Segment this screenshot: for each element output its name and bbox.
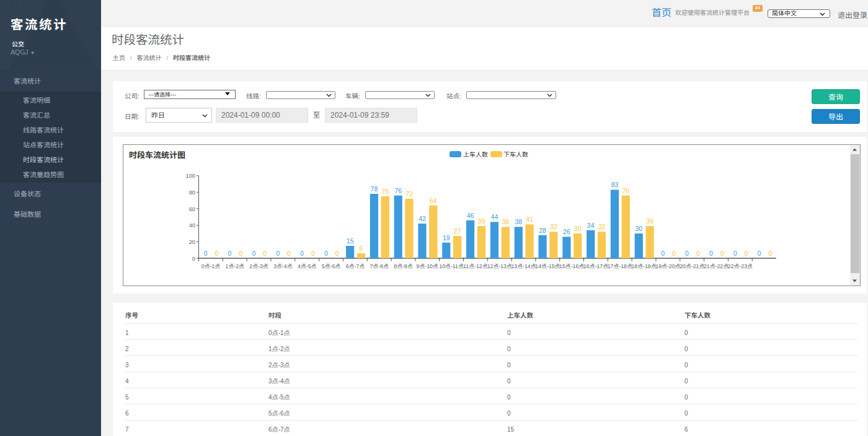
svg-text:0: 0 <box>203 250 207 257</box>
svg-text:0: 0 <box>252 250 255 257</box>
svg-text:0: 0 <box>709 250 712 257</box>
svg-text:0: 0 <box>263 250 267 257</box>
svg-text:0: 0 <box>685 250 689 257</box>
svg-text:21点-22点: 21点-22点 <box>703 263 728 269</box>
svg-text:20点-21点: 20点-21点 <box>680 263 704 269</box>
svg-text:19: 19 <box>442 234 450 242</box>
svg-text:0: 0 <box>311 250 314 257</box>
svg-text:7点-8点: 7点-8点 <box>370 263 389 269</box>
svg-text:19点-20点: 19点-20点 <box>655 263 680 269</box>
svg-text:9点-10点: 9点-10点 <box>416 263 438 269</box>
svg-text:1点-2点: 1点-2点 <box>225 263 244 269</box>
svg-text:16点-17点: 16点-17点 <box>583 263 608 269</box>
svg-text:10点-11点: 10点-11点 <box>439 263 464 269</box>
svg-text:100: 100 <box>185 173 195 179</box>
svg-text:0: 0 <box>696 250 699 257</box>
svg-text:17点-18点: 17点-18点 <box>607 263 632 269</box>
svg-text:83: 83 <box>611 181 618 188</box>
svg-text:11点-12点: 11点-12点 <box>463 263 488 269</box>
svg-text:0: 0 <box>335 250 339 257</box>
svg-text:72: 72 <box>405 190 413 198</box>
svg-text:0: 0 <box>239 250 242 257</box>
svg-text:60: 60 <box>188 206 195 212</box>
svg-text:75: 75 <box>381 188 389 195</box>
svg-text:28: 28 <box>539 227 546 234</box>
svg-text:12点-13点: 12点-13点 <box>487 263 512 269</box>
svg-text:0: 0 <box>733 250 737 257</box>
svg-text:0: 0 <box>744 250 748 257</box>
svg-text:3点-4点: 3点-4点 <box>273 263 293 269</box>
svg-text:39: 39 <box>646 217 653 225</box>
svg-text:0: 0 <box>324 250 327 257</box>
svg-text:6: 6 <box>359 245 363 252</box>
svg-text:76: 76 <box>394 187 402 194</box>
svg-text:20: 20 <box>188 239 195 245</box>
svg-text:78: 78 <box>370 185 378 193</box>
svg-text:32: 32 <box>550 223 557 230</box>
svg-text:4点-5点: 4点-5点 <box>298 263 317 269</box>
svg-text:0: 0 <box>661 250 665 257</box>
svg-text:40: 40 <box>188 222 195 229</box>
svg-text:0: 0 <box>768 250 772 257</box>
svg-text:14点-15点: 14点-15点 <box>535 263 560 269</box>
svg-text:0: 0 <box>192 256 195 262</box>
svg-text:27: 27 <box>453 227 461 235</box>
svg-text:8点-9点: 8点-9点 <box>394 263 413 269</box>
svg-text:30: 30 <box>635 225 642 232</box>
svg-text:13点-14点: 13点-14点 <box>511 263 536 269</box>
svg-text:15点-16点: 15点-16点 <box>559 263 584 269</box>
svg-text:30: 30 <box>574 225 581 232</box>
svg-text:38: 38 <box>502 218 509 225</box>
svg-text:上车人数: 上车人数 <box>463 151 488 158</box>
svg-text:0: 0 <box>300 250 304 257</box>
svg-text:42: 42 <box>418 215 426 222</box>
svg-text:5点-6点: 5点-6点 <box>321 263 340 269</box>
svg-text:0: 0 <box>286 250 290 257</box>
svg-text:76: 76 <box>622 187 629 194</box>
svg-text:34: 34 <box>587 222 594 229</box>
svg-text:22点-23点: 22点-23点 <box>727 263 752 269</box>
svg-text:0: 0 <box>671 250 675 257</box>
svg-text:38: 38 <box>515 218 522 225</box>
svg-text:0: 0 <box>276 250 280 257</box>
svg-text:26: 26 <box>563 228 570 235</box>
svg-text:0: 0 <box>757 250 761 257</box>
svg-text:18点-19点: 18点-19点 <box>631 263 656 269</box>
svg-text:41: 41 <box>526 216 533 223</box>
svg-text:时段车流统计图: 时段车流统计图 <box>129 150 185 160</box>
svg-text:32: 32 <box>598 223 605 230</box>
svg-text:6点-7点: 6点-7点 <box>345 263 365 269</box>
svg-text:2点-3点: 2点-3点 <box>249 263 268 269</box>
svg-text:0点-1点: 0点-1点 <box>201 263 220 269</box>
svg-text:0: 0 <box>215 250 218 257</box>
svg-text:15: 15 <box>346 237 353 245</box>
svg-text:46: 46 <box>466 212 474 219</box>
svg-text:下车人数: 下车人数 <box>503 151 528 158</box>
svg-text:44: 44 <box>490 213 498 220</box>
svg-text:0: 0 <box>720 250 724 257</box>
svg-text:64: 64 <box>429 197 436 204</box>
svg-text:39: 39 <box>477 217 485 225</box>
svg-text:0: 0 <box>228 250 231 257</box>
svg-text:80: 80 <box>188 190 195 196</box>
